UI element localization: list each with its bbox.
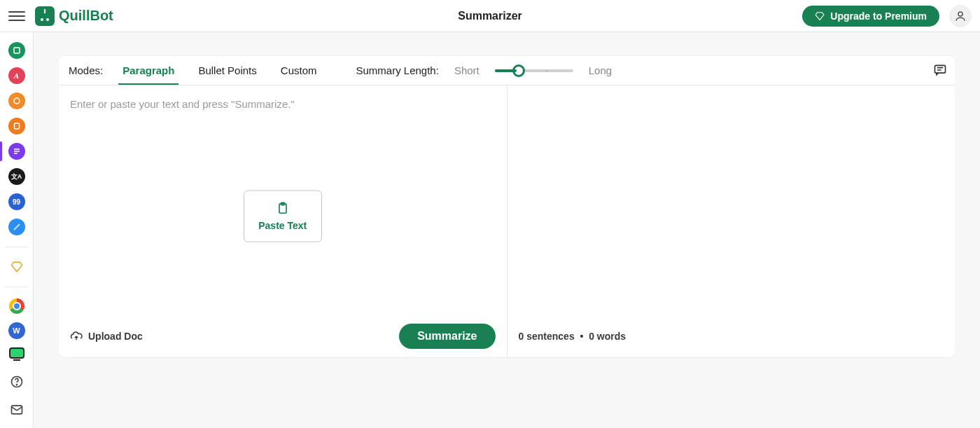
upload-label: Upload Doc	[88, 331, 143, 342]
output-stats: 0 sentences • 0 words	[519, 331, 626, 342]
modes-bar: Modes: Paragraph Bullet Points Custom Su…	[59, 56, 955, 85]
feedback-button[interactable]	[932, 63, 948, 78]
summarize-button[interactable]: Summarize	[399, 324, 495, 349]
upload-doc-button[interactable]: Upload Doc	[70, 330, 143, 343]
clipboard-icon	[276, 202, 290, 216]
sidebar-tool-citation[interactable]: 99	[8, 193, 25, 210]
summarizer-card: Modes: Paragraph Bullet Points Custom Su…	[59, 56, 955, 357]
sidebar-tool-extensions[interactable]	[8, 219, 25, 235]
diamond-icon	[815, 11, 825, 21]
help-button[interactable]	[8, 373, 25, 390]
paste-text-button[interactable]: Paste Text	[244, 191, 322, 242]
page-title: Summarizer	[458, 10, 522, 22]
sidebar-word-addin[interactable]: W	[8, 322, 25, 339]
brand-name: QuillBot	[59, 8, 113, 24]
sidebar-premium[interactable]	[8, 258, 25, 275]
contact-button[interactable]	[8, 401, 25, 418]
input-editor[interactable]: Enter or paste your text and press "Summ…	[70, 98, 496, 110]
user-icon	[954, 10, 967, 22]
word-count: 0	[589, 331, 594, 342]
sidebar-tool-grammar[interactable]: A	[8, 67, 25, 84]
help-icon	[10, 375, 24, 389]
upgrade-label: Upgrade to Premium	[830, 11, 927, 22]
svg-rect-1	[14, 48, 20, 53]
upload-icon	[70, 330, 83, 343]
sentence-word: sentences	[526, 331, 574, 342]
input-panel: Enter or paste your text and press "Summ…	[59, 85, 507, 357]
sidebar-tool-summarizer[interactable]	[8, 143, 25, 160]
output-bottom-bar: 0 sentences • 0 words	[507, 315, 955, 357]
mode-tab-custom[interactable]: Custom	[276, 57, 321, 83]
feedback-icon	[933, 63, 947, 77]
mail-icon	[10, 403, 24, 417]
slider-thumb[interactable]	[512, 64, 525, 77]
output-panel: 0 sentences • 0 words	[507, 85, 955, 357]
menu-button[interactable]	[8, 8, 25, 25]
sidebar-tool-plagiarism[interactable]	[8, 92, 25, 109]
account-button[interactable]	[949, 5, 972, 27]
input-bottom-bar: Upload Doc Summarize	[59, 315, 507, 357]
length-label: Summary Length:	[356, 64, 438, 76]
slider-tick	[545, 69, 547, 71]
brand-mark-icon	[35, 6, 55, 26]
main-area: Modes: Paragraph Bullet Points Custom Su…	[34, 32, 980, 428]
summarize-label: Summarize	[417, 330, 477, 342]
sidebar-desktop-app[interactable]	[9, 347, 24, 359]
sentence-count: 0	[519, 331, 524, 342]
sidebar: A 文A 99 W	[0, 32, 34, 428]
upgrade-button[interactable]: Upgrade to Premium	[802, 6, 939, 27]
word-word: words	[597, 331, 626, 342]
svg-point-5	[16, 385, 17, 385]
panels: Enter or paste your text and press "Summ…	[59, 85, 955, 357]
modes-label: Modes:	[69, 64, 103, 76]
sidebar-tool-paraphraser[interactable]	[8, 42, 25, 59]
sidebar-chrome-extension[interactable]	[9, 298, 24, 314]
length-max: Long	[589, 64, 612, 76]
svg-rect-3	[14, 123, 19, 129]
sidebar-tool-cowriter[interactable]	[8, 118, 25, 134]
mode-tab-paragraph[interactable]: Paragraph	[118, 57, 178, 85]
sidebar-tool-translator[interactable]: 文A	[8, 168, 25, 185]
brand-logo[interactable]: QuillBot	[35, 6, 113, 26]
mode-tab-bullet[interactable]: Bullet Points	[194, 57, 260, 83]
svg-point-0	[958, 12, 962, 16]
svg-point-2	[14, 98, 20, 104]
svg-rect-7	[935, 65, 946, 73]
stats-sep: •	[580, 331, 583, 342]
length-slider[interactable]	[495, 69, 573, 72]
paste-text-label: Paste Text	[258, 220, 307, 231]
length-min: Short	[454, 64, 479, 76]
sidebar-divider-2	[5, 287, 28, 287]
sidebar-divider	[5, 247, 28, 247]
app-header: QuillBot Summarizer Upgrade to Premium	[0, 0, 980, 32]
